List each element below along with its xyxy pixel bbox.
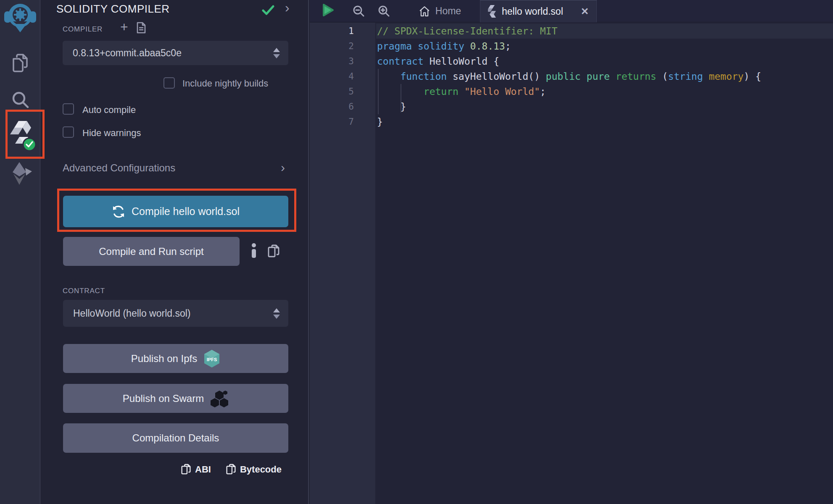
code-line: contract HelloWorld {	[377, 54, 761, 69]
deploy-run-button[interactable]	[9, 161, 32, 186]
indent-guide	[401, 84, 401, 113]
remix-logo[interactable]	[3, 2, 37, 33]
remix-logo-icon	[4, 2, 37, 32]
solidity-file-icon	[488, 5, 496, 18]
advanced-expand-chevron-icon: ›	[281, 161, 285, 174]
remix-ide-window: SOLIDITY COMPILER › COMPILER + 0.8.13+co…	[0, 0, 833, 504]
select-arrows-icon	[273, 308, 280, 319]
copy-bytecode-button[interactable]: Bytecode	[226, 464, 282, 475]
ipfs-icon: IPFS	[203, 349, 220, 368]
copy-abi-button[interactable]: ABI	[181, 464, 211, 475]
compilation-details-label: Compilation Details	[132, 432, 219, 444]
select-arrows-icon	[273, 48, 280, 58]
editor-topbar: Home hello world.sol ✕	[310, 0, 833, 22]
contract-select[interactable]: HelloWorld (hello world.sol)	[63, 300, 288, 327]
solidity-compiler-panel: SOLIDITY COMPILER › COMPILER + 0.8.13+co…	[41, 0, 309, 504]
tab-file-label: hello world.sol	[502, 6, 575, 17]
solidity-compiler-icon	[10, 120, 36, 151]
code-line: // SPDX-License-Identifier: MIT	[377, 24, 761, 39]
file-explorer-button[interactable]	[11, 53, 30, 73]
zoom-in-icon	[378, 5, 390, 17]
publish-ipfs-label: Publish on Ipfs	[131, 353, 197, 365]
tab-home[interactable]: Home	[398, 0, 482, 22]
tab-home-label: Home	[435, 5, 461, 17]
publish-swarm-label: Publish on Swarm	[123, 393, 204, 404]
compile-button-label: Compile hello world.sol	[132, 205, 240, 218]
svg-text:IPFS: IPFS	[207, 357, 217, 362]
indent-guide	[378, 69, 379, 114]
bytecode-label: Bytecode	[240, 464, 282, 475]
panel-title: SOLIDITY COMPILER	[56, 3, 170, 16]
add-compiler-icon[interactable]: +	[120, 20, 128, 34]
zoom-out-button[interactable]	[353, 5, 364, 17]
publish-swarm-button[interactable]: Publish on Swarm	[63, 384, 288, 413]
line-number: 5	[310, 84, 354, 99]
compilation-details-button[interactable]: Compilation Details	[63, 423, 288, 453]
line-numbers: 1234567	[310, 24, 354, 129]
run-script-play-button[interactable]	[322, 3, 334, 17]
zoom-in-button[interactable]	[378, 5, 390, 17]
advanced-configurations-toggle[interactable]: Advanced Configurations ›	[63, 162, 288, 177]
editor-pane: Home hello world.sol ✕ 1234567 // SPDX-L…	[310, 0, 833, 504]
line-number: 3	[310, 54, 354, 69]
include-nightly-checkbox[interactable]	[163, 77, 175, 89]
search-button[interactable]	[11, 90, 30, 109]
tab-hello-world-sol[interactable]: hello world.sol ✕	[480, 0, 597, 22]
auto-compile-label: Auto compile	[82, 105, 136, 116]
hide-warnings-label: Hide warnings	[82, 128, 141, 139]
open-file-icon[interactable]	[136, 22, 146, 34]
publish-ipfs-button[interactable]: Publish on Ipfs IPFS	[63, 344, 288, 373]
line-number: 4	[310, 69, 354, 84]
info-icon[interactable]	[250, 243, 258, 258]
hide-warnings-checkbox[interactable]	[63, 126, 74, 138]
code-line: pragma solidity 0.8.13;	[377, 39, 761, 54]
compiler-version-value: 0.8.13+commit.abaa5c0e	[73, 47, 273, 59]
code-line: }	[377, 99, 761, 114]
line-number: 7	[310, 114, 354, 129]
line-number: 1	[310, 24, 354, 39]
code-line: function sayHelloWorld() public pure ret…	[377, 69, 761, 84]
line-number: 6	[310, 99, 354, 114]
compiler-section-label: COMPILER	[63, 25, 103, 34]
ethereum-deploy-icon	[9, 161, 32, 186]
compile-success-icon	[262, 5, 274, 15]
copy-icon	[181, 464, 191, 475]
code-lines: // SPDX-License-Identifier: MITpragma so…	[377, 24, 761, 129]
swarm-icon	[210, 390, 229, 407]
copy-script-icon[interactable]	[268, 244, 279, 258]
line-number: 2	[310, 39, 354, 54]
code-line: }	[377, 114, 761, 129]
play-icon	[322, 3, 334, 17]
include-nightly-label: Include nightly builds	[182, 78, 268, 89]
abi-bytecode-row: ABI Bytecode	[181, 464, 282, 475]
auto-compile-checkbox[interactable]	[63, 103, 74, 115]
compile-and-run-button[interactable]: Compile and Run script	[63, 237, 240, 266]
zoom-out-icon	[353, 5, 364, 17]
advanced-configurations-label: Advanced Configurations	[63, 162, 175, 173]
code-editor[interactable]: 1234567 // SPDX-License-Identifier: MITp…	[310, 23, 833, 504]
icon-rail	[0, 0, 40, 504]
search-icon	[11, 90, 29, 109]
compiler-version-select[interactable]: 0.8.13+commit.abaa5c0e	[63, 41, 288, 65]
refresh-icon	[112, 205, 125, 218]
copy-icon	[226, 464, 236, 475]
abi-label: ABI	[195, 464, 211, 475]
compile-button[interactable]: Compile hello world.sol	[63, 196, 288, 227]
panel-collapse-chevron-icon[interactable]: ›	[285, 1, 290, 14]
files-icon	[11, 53, 29, 73]
code-line: return "Hello World";	[377, 84, 761, 99]
solidity-compiler-button[interactable]	[10, 120, 36, 151]
contract-select-value: HelloWorld (hello world.sol)	[73, 308, 273, 319]
contract-section-label: CONTRACT	[63, 287, 105, 295]
close-tab-icon[interactable]: ✕	[581, 7, 589, 16]
compile-and-run-label: Compile and Run script	[99, 246, 203, 257]
home-icon	[419, 6, 430, 17]
